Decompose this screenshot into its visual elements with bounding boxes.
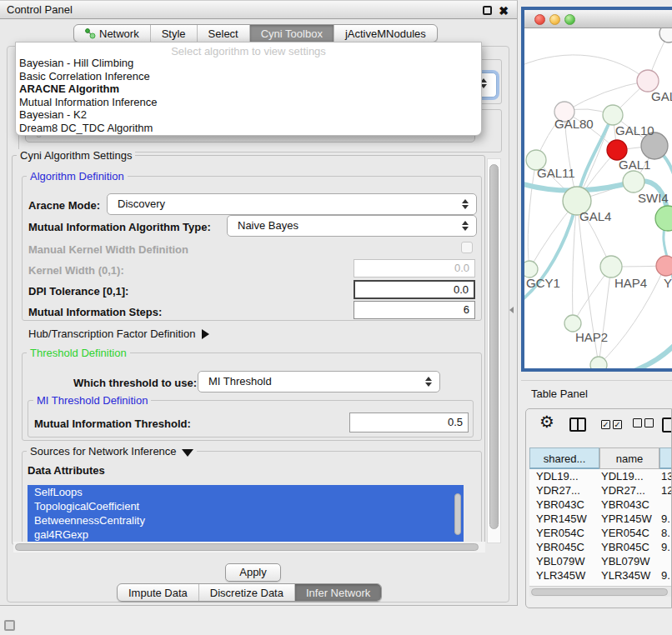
- network-node-hap2[interactable]: [564, 315, 581, 332]
- table-cell: 9.: [661, 568, 670, 582]
- panel-divider-handle[interactable]: [509, 307, 514, 313]
- mi-threshold-label: Mutual Information Threshold:: [34, 418, 191, 430]
- tab-jactivemnodules[interactable]: jActiveMNodules: [333, 25, 437, 42]
- zoom-window-icon[interactable]: [564, 14, 575, 25]
- column-header-partial[interactable]: A: [659, 448, 672, 469]
- network-node-gal10[interactable]: [603, 105, 623, 125]
- dpi-tolerance-field[interactable]: 0.0: [354, 280, 475, 299]
- algorithm-option[interactable]: Bayesian - K2: [16, 108, 481, 122]
- table-row[interactable]: YLR345WYLR345W9.: [529, 568, 672, 582]
- close-window-icon[interactable]: [534, 14, 545, 25]
- tab-style[interactable]: Style: [150, 25, 197, 42]
- table-cell: YDR27...: [536, 483, 580, 498]
- data-attribute-item[interactable]: TopologicalCoefficient: [28, 499, 464, 513]
- table-cell: YER054C: [536, 526, 584, 540]
- export-table-icon[interactable]: [662, 418, 672, 432]
- column-header-name[interactable]: name: [599, 448, 659, 469]
- algorithm-option[interactable]: Dream8 DC_TDC Algorithm: [16, 122, 481, 135]
- table-row[interactable]: YPR145WYPR145W9.: [529, 512, 672, 526]
- tab-impute-data[interactable]: Impute Data: [118, 584, 198, 601]
- network-node-label: SWI4: [638, 191, 669, 205]
- collapsed-arrow-icon: [202, 329, 209, 339]
- table-cell: 9.: [661, 540, 670, 554]
- aracne-mode-combobox[interactable]: Discovery: [107, 193, 477, 215]
- network-edge[interactable]: [528, 160, 536, 269]
- hub-definition-toggle[interactable]: Hub/Transcription Factor Definition: [28, 328, 209, 340]
- table-cell: YBL079W: [601, 554, 650, 568]
- apply-button[interactable]: Apply: [225, 563, 281, 582]
- which-threshold-combobox[interactable]: MI Threshold: [198, 371, 440, 392]
- data-attribute-item[interactable]: gal4RGexp: [28, 528, 464, 542]
- data-attribute-item[interactable]: SelfLoops: [28, 485, 464, 499]
- network-node[interactable]: [659, 28, 672, 42]
- network-node-hap4[interactable]: [600, 256, 622, 278]
- network-node-gcy1[interactable]: [524, 261, 538, 278]
- table-cell: 12: [661, 483, 672, 498]
- table-cell: YDL19...: [601, 469, 644, 483]
- tab-cyni-toolbox[interactable]: Cyni Toolbox: [249, 25, 333, 42]
- tab-infer-network[interactable]: Infer Network: [294, 584, 381, 601]
- table-horizontal-scrollbar[interactable]: [529, 586, 672, 597]
- network-node-label: GCY1: [526, 276, 560, 290]
- tab-jactivemnodules-label: jActiveMNodules: [345, 25, 426, 42]
- mi-steps-field[interactable]: 6: [354, 301, 475, 319]
- kernel-width-field[interactable]: 0.0: [354, 259, 475, 278]
- network-node-label: GAL11: [537, 166, 575, 180]
- algorithm-option[interactable]: ARACNE Algorithm: [16, 82, 481, 96]
- network-node-y[interactable]: [656, 256, 672, 276]
- mi-type-combobox[interactable]: Naive Bayes: [227, 215, 477, 237]
- mi-threshold-definition-title: MI Threshold Definition: [33, 394, 151, 407]
- deselect-all-columns-icon[interactable]: [633, 418, 656, 430]
- table-row[interactable]: YBL079WYBL079W: [529, 554, 672, 568]
- column-header-shared-name[interactable]: shared...: [529, 448, 599, 469]
- manual-kernel-checkbox[interactable]: [461, 242, 473, 253]
- column-layout-icon[interactable]: [569, 418, 586, 432]
- table-row[interactable]: YDL19...YDL19...13: [529, 469, 672, 483]
- network-node[interactable]: [655, 206, 672, 231]
- network-node[interactable]: [590, 357, 607, 368]
- network-view-titlebar[interactable]: [524, 10, 672, 28]
- algorithm-option[interactable]: Basic Correlation Inference: [16, 70, 481, 83]
- data-attributes-label: Data Attributes: [28, 464, 105, 477]
- mi-threshold-field[interactable]: 0.5: [349, 412, 469, 432]
- sources-title-label: Sources for Network Inference: [30, 445, 177, 458]
- minimized-panel-icon[interactable]: [4, 620, 15, 631]
- algorithm-option[interactable]: Bayesian - Hill Climbing: [16, 57, 481, 70]
- tab-network[interactable]: Network: [74, 25, 150, 42]
- table-row[interactable]: YBR043CYBR043C: [529, 498, 672, 512]
- network-node-label: GAL4: [579, 209, 611, 223]
- list-scrollbar-thumb[interactable]: [454, 493, 461, 535]
- sources-group-title[interactable]: Sources for Network Inference: [27, 445, 197, 458]
- network-node-swi4[interactable]: [623, 171, 644, 192]
- vertical-scrollbar-thumb[interactable]: [489, 164, 499, 529]
- horizontal-scrollbar-thumb[interactable]: [15, 543, 479, 551]
- table-row[interactable]: YBR045CYBR045C9.: [529, 540, 672, 554]
- settings-vertical-scrollbar[interactable]: [487, 158, 501, 543]
- tab-discretize-data[interactable]: Discretize Data: [198, 584, 294, 601]
- settings-horizontal-scrollbar[interactable]: [13, 542, 485, 552]
- algorithm-option[interactable]: Mutual Information Inference: [16, 96, 481, 109]
- network-node-label: GAL10: [615, 123, 654, 138]
- table-row[interactable]: YDR27...YDR27...12: [529, 483, 672, 498]
- float-panel-icon[interactable]: [483, 6, 492, 15]
- table-panel-title: Table Panel: [531, 381, 588, 408]
- which-threshold-value: MI Threshold: [198, 372, 423, 392]
- network-edge[interactable]: [524, 55, 648, 81]
- minimize-window-icon[interactable]: [549, 14, 560, 25]
- application-root: Control Panel ✖ gal-filtered.sif default…: [0, 0, 672, 635]
- table-cell: YBR045C: [536, 540, 584, 554]
- table-cell: YLR345W: [601, 568, 650, 582]
- table-panel-window: ⚙ ✓✓ shared... name A YDL19...YDL19...13…: [525, 408, 672, 608]
- table-scrollbar-thumb[interactable]: [531, 588, 668, 596]
- table-cell: 8.: [661, 526, 670, 540]
- tab-select[interactable]: Select: [197, 25, 249, 42]
- table-row[interactable]: YER054CYER054C8.: [529, 526, 672, 540]
- network-view-inner: GALGAL80GAL10GAL1GAL11SWI4GAL4GCY1HAP4YH…: [524, 10, 672, 368]
- select-all-columns-icon[interactable]: ✓✓: [601, 418, 624, 430]
- network-canvas[interactable]: GALGAL80GAL10GAL1GAL11SWI4GAL4GCY1HAP4YH…: [524, 28, 672, 368]
- close-panel-icon[interactable]: ✖: [499, 2, 509, 20]
- network-node-label: GAL1: [619, 158, 650, 172]
- data-attribute-item[interactable]: BetweennessCentrality: [28, 513, 464, 528]
- network-node-label: GAL80: [554, 117, 594, 131]
- gear-icon[interactable]: ⚙: [539, 412, 554, 432]
